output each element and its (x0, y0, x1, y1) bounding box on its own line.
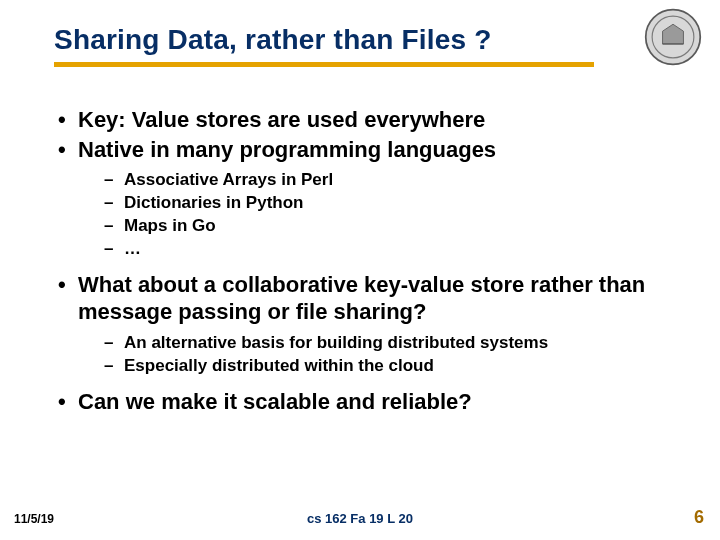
title-underline (54, 62, 594, 67)
bullet-text: What about a collaborative key-value sto… (78, 272, 645, 325)
sub-list: An alternative basis for building distri… (104, 332, 666, 378)
sub-item: Dictionaries in Python (104, 192, 666, 215)
bullet-item: Native in many programming languages Ass… (58, 136, 666, 261)
sub-item: Associative Arrays in Perl (104, 169, 666, 192)
footer-center: cs 162 Fa 19 L 20 (0, 511, 720, 526)
bullet-list: Key: Value stores are used everywhere Na… (58, 106, 666, 415)
bullet-item: Key: Value stores are used everywhere (58, 106, 666, 134)
footer-page-number: 6 (694, 507, 704, 528)
content-area: Key: Value stores are used everywhere Na… (58, 106, 666, 417)
sub-item: An alternative basis for building distri… (104, 332, 666, 355)
bullet-text: Native in many programming languages (78, 137, 496, 162)
bullet-item: What about a collaborative key-value sto… (58, 271, 666, 378)
bullet-item: Can we make it scalable and reliable? (58, 388, 666, 416)
sub-item: Especially distributed within the cloud (104, 355, 666, 378)
header: Sharing Data, rather than Files ? (54, 24, 666, 67)
sub-item: … (104, 238, 666, 261)
bullet-text: Can we make it scalable and reliable? (78, 389, 472, 414)
slide-title: Sharing Data, rather than Files ? (54, 24, 666, 56)
bullet-text: Key: Value stores are used everywhere (78, 107, 485, 132)
sub-item: Maps in Go (104, 215, 666, 238)
sub-list: Associative Arrays in Perl Dictionaries … (104, 169, 666, 261)
slide: Sharing Data, rather than Files ? Key: V… (0, 0, 720, 540)
